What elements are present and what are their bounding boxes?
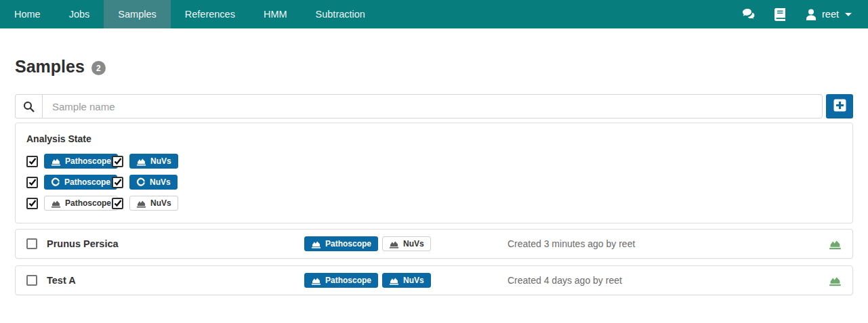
sample-row[interactable]: Prunus Persica Pathoscope NuVs Created 3… — [15, 229, 853, 259]
analysis-badges: Pathoscope NuVs — [304, 236, 508, 251]
spinner-icon — [51, 177, 60, 187]
chart-area-icon — [311, 239, 321, 249]
chart-area-icon — [311, 276, 321, 286]
filter-option-pathoscope-ready: Pathoscope — [26, 154, 112, 169]
nav-right-group: reet — [742, 0, 868, 28]
checkbox-unchecked[interactable] — [26, 238, 37, 249]
search-input[interactable] — [42, 94, 823, 119]
main-content: Samples 2 Analysis State — [0, 57, 868, 295]
chart-area-icon — [51, 156, 61, 167]
badge-label: NuVs — [150, 156, 171, 166]
badge-label: Pathoscope — [325, 276, 371, 285]
badge-label: Pathoscope — [325, 239, 371, 249]
pathoscope-none-badge[interactable]: Pathoscope — [44, 196, 118, 211]
badge-label: Pathoscope — [64, 177, 110, 187]
plus-square-icon — [833, 99, 846, 114]
checkbox-checked[interactable] — [112, 156, 123, 167]
nav-menu: Home Jobs Samples References HMM Subtrac… — [0, 0, 379, 28]
filter-option-nuvs-running: NuVs — [112, 175, 178, 190]
chart-area-icon — [136, 198, 146, 209]
checkbox-unchecked[interactable] — [26, 275, 37, 286]
sample-list: Prunus Persica Pathoscope NuVs Created 3… — [15, 229, 853, 295]
comments-icon[interactable] — [742, 7, 756, 21]
sample-count-badge: 2 — [91, 61, 106, 75]
user-icon — [804, 7, 818, 21]
top-navbar: Home Jobs Samples References HMM Subtrac… — [0, 0, 868, 28]
create-sample-button[interactable] — [826, 94, 853, 119]
nuvs-badge[interactable]: NuVs — [382, 273, 431, 288]
pathoscope-badge[interactable]: Pathoscope — [304, 273, 378, 288]
chart-area-icon — [389, 239, 399, 249]
nav-item-hmm[interactable]: HMM — [249, 0, 302, 28]
username-label: reet — [822, 9, 839, 20]
badge-label: Pathoscope — [65, 198, 111, 208]
search-group — [15, 94, 823, 119]
analysis-state-title: Analysis State — [26, 133, 842, 144]
filter-option-nuvs-none: NuVs — [112, 196, 178, 211]
checkbox-checked[interactable] — [112, 177, 123, 188]
page-header: Samples 2 — [15, 57, 853, 77]
checkbox-checked[interactable] — [26, 156, 38, 167]
user-menu[interactable]: reet — [804, 7, 852, 21]
created-label: Created 3 minutes ago by reet — [508, 238, 825, 249]
pathoscope-badge[interactable]: Pathoscope — [44, 154, 118, 169]
checkbox-checked[interactable] — [112, 198, 123, 209]
pathoscope-badge[interactable]: Pathoscope — [304, 236, 378, 251]
analysis-badges: Pathoscope NuVs — [304, 273, 508, 288]
nuvs-running-badge[interactable]: NuVs — [129, 175, 178, 190]
nuvs-badge[interactable]: NuVs — [129, 154, 178, 169]
book-icon[interactable] — [773, 7, 787, 21]
filter-option-pathoscope-none: Pathoscope — [26, 196, 112, 211]
chart-area-icon — [136, 156, 146, 167]
chart-area-icon — [389, 276, 399, 286]
spinner-icon — [136, 177, 146, 187]
badge-label: NuVs — [150, 177, 171, 187]
nav-item-subtraction[interactable]: Subtraction — [302, 0, 379, 28]
analysis-state-panel: Analysis State Pathoscope NuVs — [15, 123, 853, 223]
nav-item-references[interactable]: References — [171, 0, 249, 28]
chart-area-icon[interactable] — [825, 238, 842, 251]
chevron-down-icon — [845, 13, 852, 16]
badge-label: NuVs — [403, 239, 424, 249]
nuvs-badge[interactable]: NuVs — [382, 236, 431, 251]
analysis-state-options: Pathoscope NuVs — [26, 154, 842, 211]
nuvs-none-badge[interactable]: NuVs — [129, 196, 178, 211]
badge-label: NuVs — [150, 198, 171, 208]
filter-option-nuvs-ready: NuVs — [112, 154, 178, 169]
sample-row[interactable]: Test A Pathoscope NuVs Created 4 days ag… — [15, 265, 853, 295]
page-title: Samples — [15, 57, 85, 77]
nav-item-samples[interactable]: Samples — [104, 0, 170, 28]
nav-item-home[interactable]: Home — [0, 0, 55, 28]
badge-label: Pathoscope — [65, 156, 111, 166]
checkbox-checked[interactable] — [26, 198, 38, 209]
nav-item-jobs[interactable]: Jobs — [55, 0, 104, 28]
search-icon — [15, 94, 42, 119]
chart-area-icon[interactable] — [825, 274, 842, 287]
pathoscope-running-badge[interactable]: Pathoscope — [44, 175, 117, 190]
checkbox-checked[interactable] — [26, 177, 38, 188]
badge-label: NuVs — [403, 276, 424, 285]
search-toolbar — [15, 94, 853, 119]
sample-name[interactable]: Prunus Persica — [47, 238, 304, 249]
sample-name[interactable]: Test A — [47, 275, 304, 286]
created-label: Created 4 days ago by reet — [508, 275, 825, 286]
filter-option-pathoscope-running: Pathoscope — [26, 175, 112, 190]
chart-area-icon — [51, 198, 61, 209]
